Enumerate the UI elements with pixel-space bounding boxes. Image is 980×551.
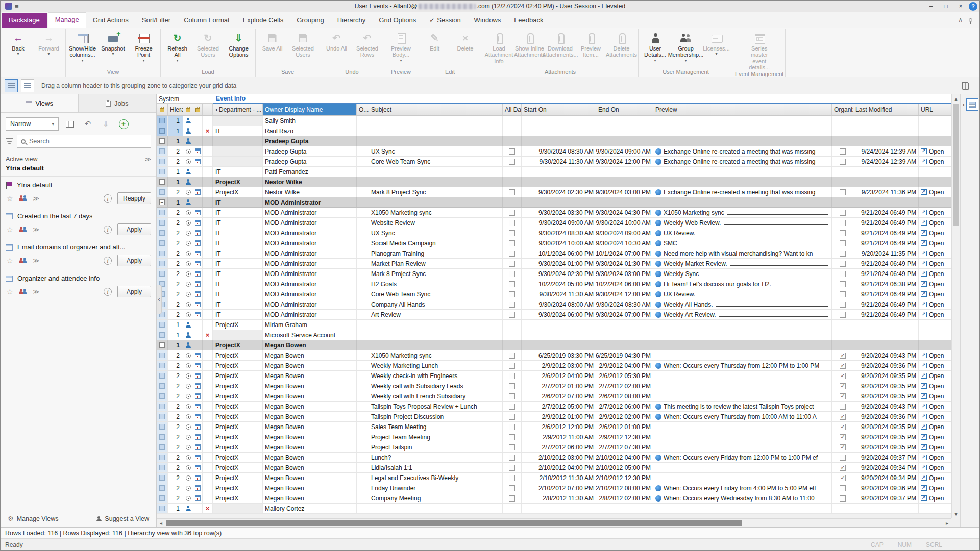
grid-row[interactable]: 2ProjectXMegan BowenSales Team Meeting2/… xyxy=(157,422,951,432)
ribbon-tab-feedback[interactable]: Feedback xyxy=(507,13,550,28)
allday-checkbox[interactable] xyxy=(509,353,515,359)
maximize-button[interactable]: □ xyxy=(939,2,952,11)
open-link-icon[interactable] xyxy=(921,281,927,287)
allday-checkbox[interactable] xyxy=(509,302,515,308)
view-apply-button[interactable]: Apply xyxy=(117,255,151,266)
row-select-box[interactable] xyxy=(159,322,165,328)
grouping-zone-hint[interactable]: Drag a column header to this grouping zo… xyxy=(37,82,959,89)
grid-row[interactable]: 2Pradeep GuptaCore Web Team Sync9/30/202… xyxy=(157,157,951,167)
close-button[interactable]: × xyxy=(954,2,967,11)
grid-row[interactable]: 2ProjectXMegan BowenWeekly Marketing Lun… xyxy=(157,361,951,371)
star-icon[interactable]: ☆ xyxy=(7,194,13,203)
organizer-checkbox[interactable] xyxy=(840,444,846,450)
info-icon[interactable]: i xyxy=(104,288,112,296)
organizer-checkbox[interactable] xyxy=(840,434,846,440)
view-reapply-button[interactable]: Reapply xyxy=(117,192,151,204)
open-link-icon[interactable] xyxy=(921,230,927,236)
view-card-created-in-the-last-7-days[interactable]: Created in the last 7 days☆≫iApply xyxy=(1,208,156,239)
info-icon[interactable]: i xyxy=(104,226,112,234)
view-columns-button[interactable] xyxy=(63,118,77,130)
column-header-hiera[interactable]: Hiera... xyxy=(168,104,183,115)
row-select-box[interactable] xyxy=(159,363,165,368)
row-select-box[interactable] xyxy=(159,424,165,430)
collapse-group-icon[interactable]: − xyxy=(159,342,165,348)
view-card-ytria-default[interactable]: Ytria default☆≫iReapply xyxy=(1,177,156,208)
url-open-link[interactable]: Open xyxy=(919,350,951,360)
window-menu-icon[interactable]: ≡ xyxy=(15,3,19,10)
grid-row[interactable]: 2ProjectXMegan BowenX1050 Marketing sync… xyxy=(157,350,951,361)
open-link-icon[interactable] xyxy=(921,475,927,481)
ribbon-tab-session[interactable]: ✓Session xyxy=(423,13,467,28)
column-header-ic1[interactable] xyxy=(183,104,193,115)
grid-row[interactable]: 1×Microsoft Service Account xyxy=(157,330,951,340)
allday-checkbox[interactable] xyxy=(509,383,515,389)
ribbon-button-show-hide-columns[interactable]: Show/Hide columns...▾ xyxy=(67,30,97,68)
organizer-checkbox[interactable] xyxy=(840,404,846,410)
scroll-right-icon[interactable]: ▸ xyxy=(943,520,951,526)
scroll-down-icon[interactable]: ▾ xyxy=(952,510,960,518)
column-header-sel[interactable] xyxy=(157,104,168,115)
grid-view-toggle-1[interactable] xyxy=(5,79,18,92)
row-select-box[interactable] xyxy=(159,230,165,236)
url-open-link[interactable]: Open xyxy=(919,432,951,442)
open-link-icon[interactable] xyxy=(921,495,927,501)
grid-row[interactable]: 2ITMOD AdministratorMarket Plan Review9/… xyxy=(157,259,951,269)
collapse-group-icon[interactable]: − xyxy=(159,179,165,185)
view-width-select[interactable]: Narrow ▾ xyxy=(6,117,59,131)
grid-row[interactable]: 2ITMOD AdministratorArt Review9/30/2024 … xyxy=(157,310,951,320)
add-view-button[interactable]: + xyxy=(117,118,130,130)
open-link-icon[interactable] xyxy=(921,363,927,368)
grid-row[interactable]: 2ProjectXMegan BowenCompany Meeting2/8/2… xyxy=(157,493,951,504)
ribbon-button-group-membership[interactable]: Group Membership...▾ xyxy=(671,30,701,68)
collapse-section-icon[interactable]: ≫ xyxy=(144,156,151,163)
open-link-icon[interactable] xyxy=(921,424,927,430)
vertical-scrollbar[interactable]: ▴ ▾ xyxy=(951,94,960,518)
url-open-link[interactable]: Open xyxy=(919,391,951,401)
grid-row[interactable]: 2ProjectXMegan BowenTailspin Project Dis… xyxy=(157,412,951,422)
share-icon[interactable]: ≫ xyxy=(33,288,40,295)
allday-checkbox[interactable] xyxy=(509,495,515,502)
row-select-box[interactable] xyxy=(159,465,165,470)
organizer-checkbox[interactable] xyxy=(840,261,846,267)
column-header-organizer[interactable]: Organizer xyxy=(832,104,853,115)
organizer-checkbox[interactable] xyxy=(840,475,846,481)
ribbon-tab-explode-cells[interactable]: Explode Cells xyxy=(236,13,290,28)
grid-row[interactable]: 2ITMOD AdministratorSocial Media Campaig… xyxy=(157,238,951,248)
column-header-end-on[interactable]: End On xyxy=(596,104,653,115)
organizer-checkbox[interactable] xyxy=(840,230,846,236)
row-select-box[interactable] xyxy=(159,475,165,481)
grid-row[interactable]: 2ProjectXMegan BowenProject Team Meeting… xyxy=(157,432,951,442)
row-select-box[interactable] xyxy=(159,148,165,154)
row-select-box[interactable] xyxy=(159,393,165,399)
grid-row[interactable]: 2ProjectXMegan BowenTailspin Toys Propos… xyxy=(157,402,951,412)
url-open-link[interactable]: Open xyxy=(919,228,951,238)
open-link-icon[interactable] xyxy=(921,393,927,399)
collapse-group-icon[interactable]: − xyxy=(159,138,165,144)
ribbon-tab-grid-options[interactable]: Grid Options xyxy=(372,13,423,28)
row-select-box[interactable] xyxy=(159,404,165,409)
view-apply-button[interactable]: Apply xyxy=(117,223,151,235)
allday-checkbox[interactable] xyxy=(509,159,515,165)
organizer-checkbox[interactable] xyxy=(840,312,846,318)
allday-checkbox[interactable] xyxy=(509,404,515,410)
row-select-box[interactable] xyxy=(159,210,165,215)
allday-checkbox[interactable] xyxy=(509,312,515,318)
url-open-link[interactable]: Open xyxy=(919,269,951,279)
organizer-checkbox[interactable] xyxy=(840,465,846,471)
vertical-scroll-thumb[interactable] xyxy=(953,104,959,226)
row-select-box[interactable] xyxy=(159,414,165,419)
grid-row[interactable]: 2ProjectXNestor WilkeMark 8 Project Sync… xyxy=(157,187,951,197)
url-open-link[interactable]: Open xyxy=(919,259,951,268)
grid-row[interactable]: 2Pradeep GuptaUX Sync9/30/2024 08:30 AM9… xyxy=(157,146,951,157)
column-header-start-on[interactable]: Start On xyxy=(522,104,596,115)
grid-row[interactable]: 2ProjectXMegan BowenWeekly call with Sub… xyxy=(157,381,951,391)
grid-row[interactable]: 2ITMOD AdministratorH2 Goals10/2/2024 05… xyxy=(157,279,951,289)
organizer-checkbox[interactable] xyxy=(840,220,846,226)
search-input[interactable] xyxy=(29,138,147,145)
row-select-box[interactable] xyxy=(159,434,165,440)
url-open-link[interactable]: Open xyxy=(919,238,951,248)
horizontal-scroll-thumb[interactable] xyxy=(166,520,742,526)
view-apply-button[interactable]: Apply xyxy=(117,286,151,297)
ribbon-tab-grid-actions[interactable]: Grid Actions xyxy=(86,13,135,28)
grid-row[interactable]: 2ProjectXMegan BowenWeekly call with Fre… xyxy=(157,391,951,402)
